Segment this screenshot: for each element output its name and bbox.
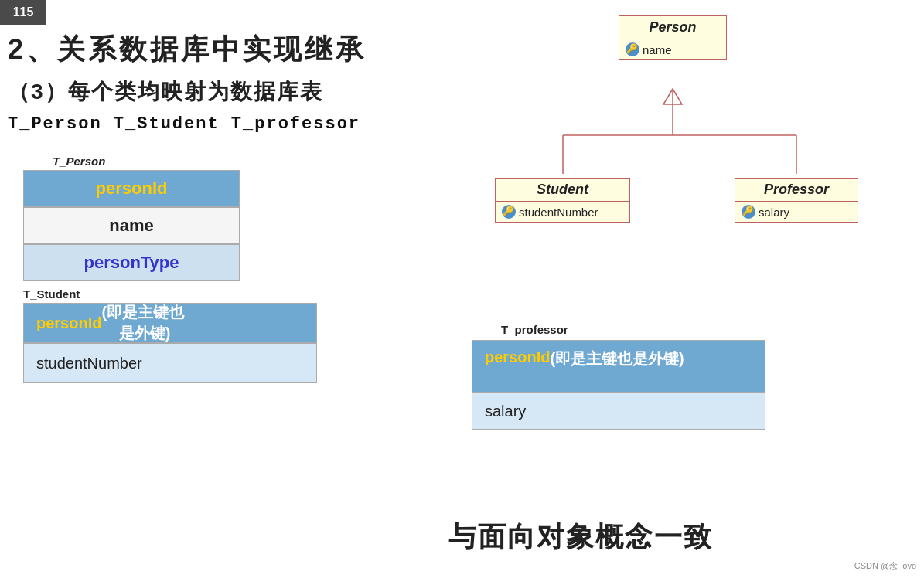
t-person-row-name: name [23,207,240,244]
t-person-table: personId name personType [23,170,240,281]
t-person-persontype-text: personType [84,253,179,273]
uml-person-name-field: name [619,39,726,60]
uml-person-field-name: name [643,43,672,56]
main-heading: 2、关系数据库中实现继承 [8,31,367,69]
t-student-personid-yellow: personId [36,314,101,332]
uml-professor-key-icon [742,205,755,219]
t-professor-personid-chinese: (即是主键也是外键) [550,348,684,369]
uml-student-field-name: studentNumber [519,206,598,219]
watermark: CSDN @念_ovo [854,560,916,572]
uml-student-title: Student [496,178,629,202]
slide-number-text: 115 [13,5,34,19]
t-student-row-studentnumber: studentNumber [23,343,317,383]
uml-professor-box: Professor salary [735,178,858,223]
uml-diagram: Person name Student studentNumber Profes… [448,8,905,301]
t-person-row-personid: personId [23,170,240,207]
t-professor-label: T_professor [501,323,568,336]
t-student-row-personid: personId(即是主键也 是外键) [23,303,317,343]
uml-person-box: Person name [619,15,727,60]
t-person-name-text: name [109,216,153,236]
t-professor-salary-text: salary [485,403,526,420]
t-person-personid-text: personId [96,178,168,199]
t-professor-row-salary: salary [472,393,765,430]
uml-student-field: studentNumber [496,202,629,222]
uml-professor-inner: Professor salary [735,178,858,223]
t-person-row-persontype: personType [23,244,240,281]
uml-person-key-icon [626,42,639,56]
t-professor-table: personId(即是主键也是外键) salary [472,340,765,430]
uml-professor-field-name: salary [759,206,789,219]
t-professor-personid-yellow: personId [485,348,550,366]
t-student-label: T_Student [23,287,80,301]
t-person-label: T_Person [53,155,105,168]
t-student-personid-chinese: (即是主键也 是外键) [101,302,184,344]
t-student-studentnumber-text: studentNumber [36,355,142,372]
uml-professor-field: salary [735,202,858,222]
uml-professor-title: Professor [735,178,858,202]
uml-student-key-icon [502,205,516,219]
sub-heading: （3）每个类均映射为数据库表 [8,77,323,107]
svg-marker-1 [663,89,682,104]
slide-number: 115 [0,0,46,25]
uml-student-box: Student studentNumber [495,178,630,223]
uml-person-title: Person [619,16,726,39]
uml-person-inner: Person name [619,15,727,60]
t-student-table: personId(即是主键也 是外键) studentNumber [23,303,317,383]
table-names: T_Person T_Student T_professor [8,114,360,134]
uml-student-inner: Student studentNumber [495,178,630,223]
t-professor-row-personid: personId(即是主键也是外键) [472,340,765,393]
bottom-text: 与面向对象概念一致 [448,518,713,556]
